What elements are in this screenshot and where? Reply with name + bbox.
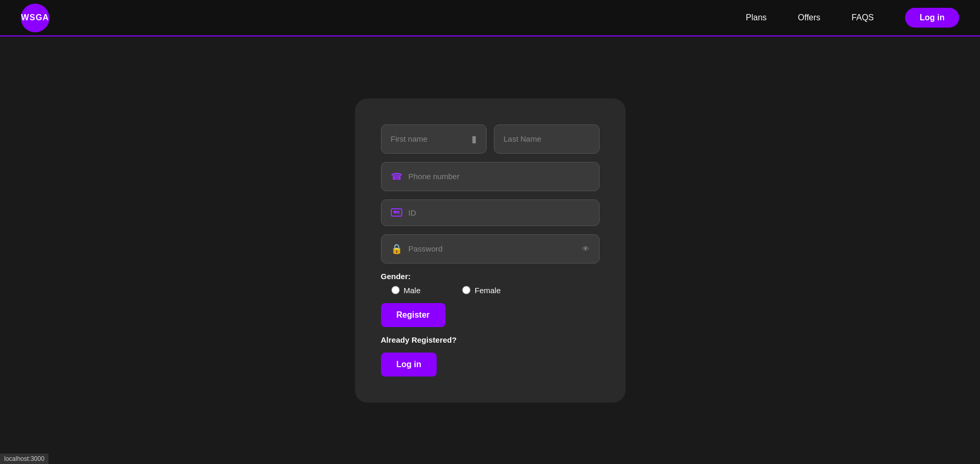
nav-links: Plans Offers FAQS Log in	[746, 8, 959, 28]
registration-form-card: ▮ ☎ 🔒 👁 Gender:	[355, 98, 626, 403]
last-name-field[interactable]	[494, 124, 600, 154]
navbar: WSGA Plans Offers FAQS Log in	[0, 0, 980, 36]
eye-icon[interactable]: 👁	[582, 244, 590, 253]
already-registered-text: Already Registered?	[381, 335, 600, 344]
id-input[interactable]	[409, 208, 590, 217]
nav-offers[interactable]: Offers	[798, 13, 820, 22]
nav-login-button[interactable]: Log in	[905, 8, 959, 28]
gender-section: Gender: Male Female	[381, 272, 600, 295]
register-button[interactable]: Register	[381, 303, 446, 327]
login-button[interactable]: Log in	[381, 353, 437, 377]
phone-field[interactable]: ☎	[381, 162, 600, 191]
first-name-input[interactable]	[391, 134, 465, 143]
phone-icon: ☎	[391, 171, 402, 182]
person-icon: ▮	[472, 133, 477, 145]
first-name-field[interactable]: ▮	[381, 124, 487, 154]
status-bar: localhost:3000	[0, 454, 48, 464]
gender-male-option[interactable]: Male	[391, 286, 421, 295]
lock-icon: 🔒	[391, 243, 402, 255]
gender-female-label: Female	[475, 286, 501, 295]
logo: WSGA	[21, 4, 49, 32]
main-content: ▮ ☎ 🔒 👁 Gender:	[0, 36, 980, 464]
id-field[interactable]	[381, 199, 600, 226]
id-card-icon	[391, 208, 402, 217]
gender-male-radio[interactable]	[391, 286, 400, 294]
gender-options: Male Female	[381, 286, 600, 295]
gender-female-option[interactable]: Female	[462, 286, 501, 295]
last-name-input[interactable]	[504, 134, 590, 143]
gender-male-label: Male	[404, 286, 421, 295]
password-field[interactable]: 🔒 👁	[381, 234, 600, 264]
gender-label: Gender:	[381, 272, 600, 281]
nav-plans[interactable]: Plans	[746, 13, 767, 22]
nav-faqs[interactable]: FAQS	[851, 13, 874, 22]
password-input[interactable]	[409, 244, 576, 253]
gender-female-radio[interactable]	[462, 286, 470, 294]
name-row: ▮	[381, 124, 600, 154]
phone-input[interactable]	[409, 172, 590, 181]
